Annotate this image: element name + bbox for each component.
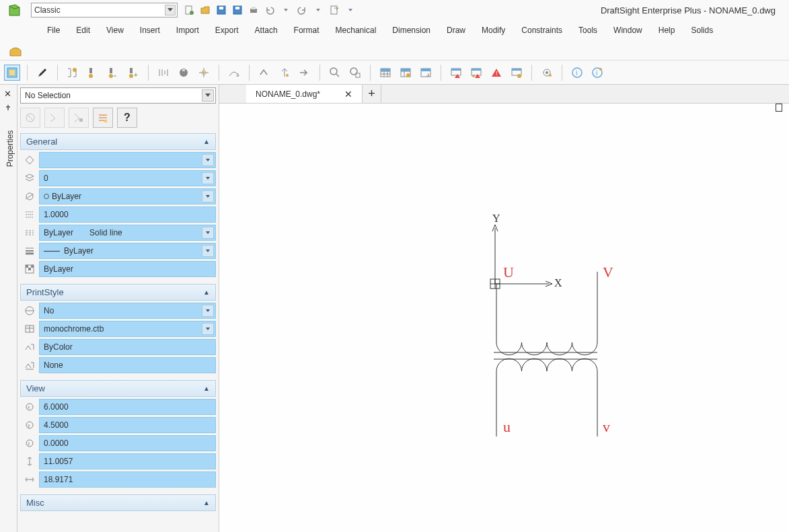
group-printstyle[interactable]: PrintStyle ▲ bbox=[20, 284, 216, 301]
redo-button[interactable] bbox=[296, 4, 308, 16]
workspace-dropdown[interactable]: Classic bbox=[31, 3, 178, 17]
selection-dropdown[interactable]: No Selection bbox=[20, 87, 216, 104]
svg-rect-40 bbox=[512, 69, 521, 71]
menu-dimension[interactable]: Dimension bbox=[384, 22, 439, 39]
layer-icon bbox=[20, 170, 39, 186]
pin-icon[interactable] bbox=[4, 105, 13, 114]
prop-linescale[interactable]: 1.0000 bbox=[39, 206, 216, 223]
open-file-button[interactable] bbox=[199, 4, 211, 16]
menu-solids[interactable]: Solids bbox=[683, 22, 721, 39]
svg-text:!: ! bbox=[496, 70, 498, 77]
prop-cz[interactable]: 0.0000 bbox=[39, 435, 216, 451]
menu-insert[interactable]: Insert bbox=[132, 22, 168, 39]
close-icon[interactable]: ✕ bbox=[4, 89, 11, 99]
prop-linetype[interactable]: ByLayer bbox=[39, 188, 216, 204]
info-icon-2[interactable]: i bbox=[589, 65, 605, 81]
panel-tool-4[interactable] bbox=[93, 108, 113, 128]
table-icon-1[interactable] bbox=[377, 65, 393, 81]
prop-height[interactable]: 11.0057 bbox=[39, 453, 216, 469]
drawing-canvas[interactable]: Y X U V u v bbox=[219, 104, 789, 532]
table-gear-icon[interactable] bbox=[509, 65, 525, 81]
info-icon-1[interactable]: i bbox=[569, 65, 585, 81]
menu-help[interactable]: Help bbox=[650, 22, 683, 39]
prop-layer[interactable]: 0 bbox=[39, 170, 216, 186]
prop-printtable[interactable]: monochrome.ctb bbox=[39, 321, 216, 337]
table-alert-icon-2[interactable] bbox=[468, 65, 484, 81]
save-button[interactable] bbox=[215, 4, 227, 16]
tool-icon-11[interactable] bbox=[297, 65, 313, 81]
menu-window[interactable]: Window bbox=[605, 22, 650, 39]
svg-point-11 bbox=[73, 68, 77, 72]
menu-file[interactable]: File bbox=[39, 22, 68, 39]
svg-rect-12 bbox=[89, 68, 92, 73]
pencil-icon[interactable] bbox=[34, 65, 50, 81]
tool-icon-5[interactable] bbox=[155, 65, 172, 81]
panel-tool-2 bbox=[44, 108, 65, 128]
tool-icon-10[interactable] bbox=[276, 65, 293, 81]
menu-edit[interactable]: Edit bbox=[68, 22, 98, 39]
new-file-button[interactable] bbox=[183, 4, 195, 16]
table-icon-2[interactable] bbox=[398, 65, 414, 81]
chevron-down-icon bbox=[202, 190, 214, 202]
export-button[interactable] bbox=[328, 4, 340, 16]
menu-tools[interactable]: Tools bbox=[570, 22, 605, 39]
prop-printmode[interactable]: ByColor bbox=[39, 339, 216, 355]
group-misc[interactable]: Misc ▲ bbox=[20, 494, 216, 511]
prop-cx[interactable]: 6.0000 bbox=[39, 399, 216, 415]
chevron-down-icon bbox=[202, 323, 214, 335]
menu-view[interactable]: View bbox=[98, 22, 132, 39]
table-alert-icon-1[interactable] bbox=[448, 65, 464, 81]
gear-icon[interactable] bbox=[539, 65, 555, 81]
add-tab-button[interactable]: + bbox=[363, 85, 381, 103]
menu-draw[interactable]: Draw bbox=[439, 22, 474, 39]
svg-text:z: z bbox=[28, 441, 30, 446]
menu-constraints[interactable]: Constraints bbox=[513, 22, 570, 39]
prop-printoverride[interactable]: None bbox=[39, 357, 216, 373]
prop-lineweight[interactable]: ByLayer bbox=[39, 243, 216, 259]
menu-modify[interactable]: Modify bbox=[474, 22, 513, 39]
terminal-v-upper: V bbox=[603, 264, 613, 281]
menu-format[interactable]: Format bbox=[286, 22, 328, 39]
chevron-down-icon bbox=[202, 154, 214, 166]
group-general[interactable]: General ▲ bbox=[20, 133, 216, 150]
menu-attach[interactable]: Attach bbox=[247, 22, 286, 39]
prop-width[interactable]: 18.9171 bbox=[39, 471, 216, 488]
y-axis-label: Y bbox=[492, 213, 500, 225]
zoom-icon[interactable] bbox=[327, 65, 343, 81]
undo-dropdown-icon[interactable] bbox=[280, 4, 292, 16]
save-as-button[interactable] bbox=[231, 4, 243, 16]
alert-icon[interactable]: ! bbox=[488, 65, 504, 81]
color-icon bbox=[20, 152, 39, 168]
menu-import[interactable]: Import bbox=[168, 22, 207, 39]
prop-transparency[interactable]: ByLayer bbox=[39, 261, 216, 277]
tool-icon-9[interactable] bbox=[256, 65, 272, 81]
close-tab-icon[interactable]: ✕ bbox=[344, 89, 352, 100]
tool-icon-1[interactable] bbox=[65, 65, 81, 81]
home-icon[interactable] bbox=[7, 42, 23, 59]
group-view[interactable]: View ▲ bbox=[20, 380, 216, 397]
qat-dropdown-icon[interactable] bbox=[344, 4, 356, 16]
document-tab[interactable]: NONAME_0.dwg* ✕ bbox=[246, 85, 363, 103]
properties-side-tab[interactable]: ✕ Properties ies bbox=[0, 85, 17, 532]
prop-color[interactable] bbox=[39, 152, 216, 168]
tool-icon-4[interactable]: + bbox=[125, 65, 141, 81]
prop-linestyle[interactable]: ByLayerSolid line bbox=[39, 225, 216, 241]
print-button[interactable] bbox=[248, 4, 260, 16]
table-icon-3[interactable] bbox=[418, 65, 434, 81]
tool-icon-2[interactable] bbox=[85, 65, 101, 81]
tool-icon-6[interactable] bbox=[176, 65, 192, 81]
menu-export[interactable]: Export bbox=[207, 22, 247, 39]
prop-cy[interactable]: 4.5000 bbox=[39, 417, 216, 433]
svg-point-43 bbox=[546, 71, 548, 74]
undo-button[interactable] bbox=[264, 4, 276, 16]
help-button[interactable]: ? bbox=[117, 108, 137, 128]
title-bar: Classic DraftSight Enterprise Plus - NON… bbox=[0, 0, 789, 20]
tool-icon-3[interactable] bbox=[105, 65, 121, 81]
menu-mechanical[interactable]: Mechanical bbox=[328, 22, 385, 39]
prop-plot[interactable]: No bbox=[39, 303, 216, 319]
tool-icon-8[interactable] bbox=[226, 65, 242, 81]
redo-dropdown-icon[interactable] bbox=[312, 4, 324, 16]
zoom-extents-icon[interactable] bbox=[347, 65, 363, 81]
tool-icon-7[interactable] bbox=[196, 65, 212, 81]
layer-manager-button[interactable] bbox=[4, 65, 20, 81]
